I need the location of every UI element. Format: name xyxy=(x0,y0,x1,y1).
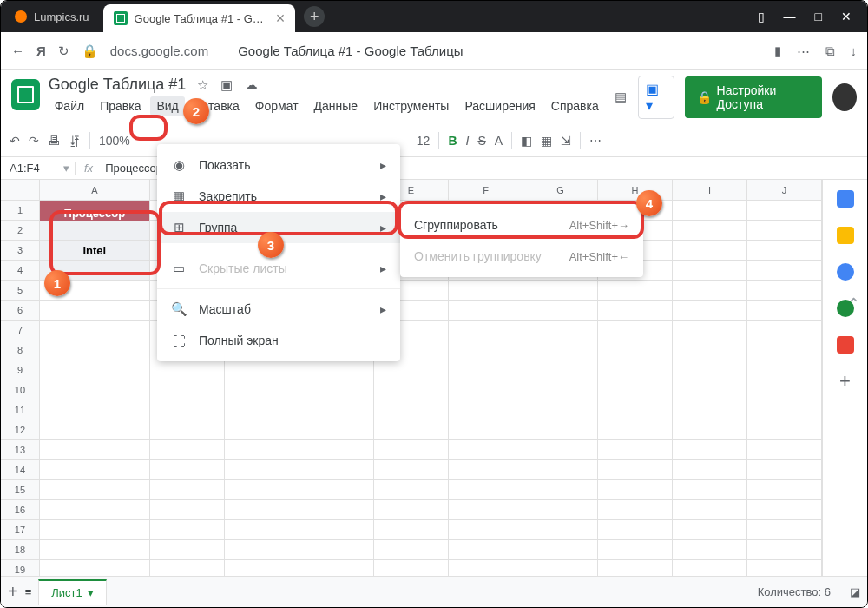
col-header[interactable]: J xyxy=(747,180,822,200)
col-header[interactable]: G xyxy=(523,180,598,200)
menu-item-show[interactable]: ◉Показать▸ xyxy=(157,149,400,181)
zoom-select[interactable]: 100% xyxy=(99,134,130,148)
row-header[interactable]: 12 xyxy=(1,420,40,439)
row-header[interactable]: 13 xyxy=(1,440,40,459)
print-button[interactable]: 🖶 xyxy=(48,134,60,148)
menu-item-freeze[interactable]: ▦Закрепить▸ xyxy=(157,181,400,212)
present-button[interactable]: ▣ ▾ xyxy=(638,76,674,119)
row-header[interactable]: 2 xyxy=(1,221,40,240)
add-addon-icon[interactable]: + xyxy=(837,373,854,390)
row-header[interactable]: 8 xyxy=(1,340,40,360)
text-color-button[interactable]: A xyxy=(495,134,503,148)
chevron-down-icon[interactable]: ▾ xyxy=(88,586,94,599)
add-sheet-button[interactable]: + xyxy=(8,582,18,602)
maps-icon[interactable] xyxy=(837,336,854,354)
row-header[interactable]: 11 xyxy=(1,400,40,420)
more-toolbar-icon[interactable]: ⋯ xyxy=(589,134,602,148)
close-window-icon[interactable]: ✕ xyxy=(841,10,852,23)
share-button[interactable]: 🔒 Настройки Доступа xyxy=(685,76,822,118)
url-text[interactable]: docs.google.com xyxy=(110,43,208,58)
menu-file[interactable]: Файл xyxy=(49,96,90,116)
menu-item-fullscreen[interactable]: ⛶Полный экран xyxy=(157,325,400,356)
sheet-tabs-bar: + ≡ Лист1 ▾ Количество: 6 ◪ xyxy=(1,576,867,607)
doc-title[interactable]: Google Таблица #1 xyxy=(49,76,187,94)
sheets-logo-icon[interactable] xyxy=(11,79,40,110)
row-header[interactable]: 15 xyxy=(1,480,40,499)
download-icon[interactable]: ↓ xyxy=(851,43,858,58)
close-tab-icon[interactable]: × xyxy=(276,10,286,28)
menu-tools[interactable]: Инструменты xyxy=(367,96,455,116)
row-header[interactable]: 14 xyxy=(1,460,40,479)
column-headers[interactable]: A B C D E F G H I J xyxy=(1,180,822,201)
share-label: Настройки Доступа xyxy=(717,83,810,111)
row-header[interactable]: 18 xyxy=(1,540,40,559)
bold-button[interactable]: B xyxy=(448,134,457,148)
font-size[interactable]: 12 xyxy=(417,134,431,148)
yandex-icon[interactable]: Я xyxy=(36,43,46,58)
comments-icon[interactable]: ▤ xyxy=(614,89,628,105)
redo-button[interactable]: ↷ xyxy=(29,134,39,148)
fullscreen-icon: ⛶ xyxy=(171,333,187,348)
menu-item-zoom[interactable]: 🔍Масштаб▸ xyxy=(157,294,400,325)
col-header[interactable]: I xyxy=(673,180,747,200)
star-icon[interactable]: ☆ xyxy=(194,77,210,93)
avatar[interactable] xyxy=(832,83,857,111)
col-header[interactable]: A xyxy=(40,180,150,200)
menu-data[interactable]: Данные xyxy=(308,96,365,116)
row-header[interactable]: 10 xyxy=(1,380,40,400)
cell-a2[interactable] xyxy=(40,221,150,240)
cell-a4[interactable] xyxy=(40,261,150,280)
menu-view[interactable]: Вид xyxy=(150,96,184,116)
menu-help[interactable]: Справка xyxy=(545,96,605,116)
calendar-icon[interactable] xyxy=(837,190,854,208)
more-icon[interactable]: ⋯ xyxy=(797,43,810,59)
menu-extensions[interactable]: Расширения xyxy=(458,96,541,116)
borders-button[interactable]: ▦ xyxy=(541,134,552,148)
browser-tab-active[interactable]: Google Таблица #1 - G… × xyxy=(103,4,296,32)
row-header[interactable]: 17 xyxy=(1,520,40,539)
bookmark-icon[interactable]: ▮ xyxy=(774,43,781,59)
italic-button[interactable]: I xyxy=(466,134,470,148)
menu-format[interactable]: Формат xyxy=(249,96,305,116)
maximize-icon[interactable]: □ xyxy=(815,10,822,23)
paint-format-button[interactable]: ⭿ xyxy=(69,134,81,148)
extensions-icon[interactable]: ⧉ xyxy=(825,43,835,59)
row-header[interactable]: 6 xyxy=(1,301,40,320)
menu-edit[interactable]: Правка xyxy=(94,96,147,116)
new-tab-button[interactable]: + xyxy=(304,6,325,27)
cloud-icon[interactable]: ☁ xyxy=(243,77,259,93)
browser-tab-inactive[interactable]: Lumpics.ru xyxy=(1,1,103,32)
row-header[interactable]: 7 xyxy=(1,321,40,340)
sheet-tab[interactable]: Лист1 ▾ xyxy=(38,579,106,605)
undo-button[interactable]: ↶ xyxy=(10,134,20,148)
back-button[interactable]: ← xyxy=(11,43,24,58)
row-header[interactable]: 5 xyxy=(1,281,40,300)
row-header[interactable]: 16 xyxy=(1,500,40,519)
keep-icon[interactable] xyxy=(837,227,854,244)
submenu-item-group[interactable]: СгруппироватьAlt+Shift+→ xyxy=(400,209,643,241)
menu-item-group[interactable]: ⊞Группа▸ xyxy=(157,212,400,243)
tasks-icon[interactable] xyxy=(837,263,854,281)
row-header[interactable]: 9 xyxy=(1,360,40,380)
row-header[interactable]: 4 xyxy=(1,261,40,280)
row-header[interactable]: 1 xyxy=(1,201,40,220)
all-sheets-button[interactable]: ≡ xyxy=(25,585,32,598)
menu-insert[interactable]: Вставка xyxy=(188,96,246,116)
col-header[interactable]: H xyxy=(598,180,673,200)
fill-color-button[interactable]: ◧ xyxy=(521,134,532,148)
name-box[interactable]: A1:F4 ▾ xyxy=(1,162,76,175)
strike-button[interactable]: S xyxy=(477,134,485,148)
move-icon[interactable]: ▣ xyxy=(219,77,234,93)
select-all-corner[interactable] xyxy=(1,180,40,200)
contacts-icon[interactable] xyxy=(837,300,854,317)
label: Масштаб xyxy=(199,302,251,316)
formula-input[interactable]: Процессор xyxy=(102,162,162,175)
bookmark-icon[interactable]: ▯ xyxy=(758,10,765,23)
reload-button[interactable]: ↻ xyxy=(58,43,69,59)
explore-button[interactable]: ◪ xyxy=(850,585,860,598)
merge-button[interactable]: ⇲ xyxy=(561,134,571,148)
cell-a3[interactable]: Intel xyxy=(40,241,150,260)
minimize-icon[interactable]: — xyxy=(784,10,796,23)
col-header[interactable]: F xyxy=(449,180,523,200)
row-header[interactable]: 3 xyxy=(1,241,40,260)
